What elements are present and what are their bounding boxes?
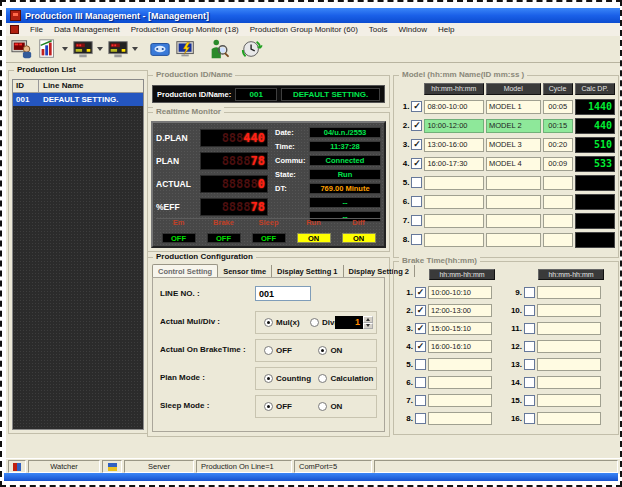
model-time-field[interactable]: 16:00-17:30 bbox=[424, 157, 484, 171]
brake-time-field[interactable] bbox=[537, 358, 601, 371]
model-cycle-field[interactable]: 00:20 bbox=[543, 138, 573, 152]
model-cycle-field[interactable] bbox=[543, 233, 573, 247]
brake-time-field[interactable]: 12:00-13:00 bbox=[428, 304, 492, 317]
led-monitor-18-icon[interactable] bbox=[70, 37, 95, 62]
tab-sensor-time[interactable]: Sensor time bbox=[218, 265, 272, 277]
watcher-search-icon[interactable] bbox=[206, 37, 231, 62]
radio-sleep-off-circle[interactable] bbox=[264, 402, 273, 411]
brake-time-field[interactable] bbox=[428, 358, 492, 371]
tab-display-setting-1[interactable]: Display Setting 1 bbox=[272, 265, 343, 277]
model-cycle-field[interactable]: 00:15 bbox=[543, 119, 573, 133]
brake-checkbox-3[interactable] bbox=[415, 323, 426, 334]
data-cassette-icon[interactable] bbox=[147, 37, 172, 62]
brake-time-field[interactable] bbox=[537, 304, 601, 317]
model-time-field[interactable] bbox=[424, 176, 484, 190]
brake-checkbox-9[interactable] bbox=[524, 287, 535, 298]
brake-time-field[interactable]: 16:00-16:10 bbox=[428, 340, 492, 353]
time-sync-icon[interactable] bbox=[239, 37, 264, 62]
model-name-field[interactable] bbox=[486, 233, 541, 247]
menu-item-tools[interactable]: Tools bbox=[369, 25, 388, 34]
chart-dropdown-arrow[interactable] bbox=[61, 37, 69, 61]
brake-checkbox-4[interactable] bbox=[415, 341, 426, 352]
model-cycle-field[interactable]: 00:05 bbox=[543, 100, 573, 114]
radio-div-circle[interactable] bbox=[310, 318, 319, 327]
radio-brake-on[interactable]: ON bbox=[318, 346, 342, 355]
spinner-down-button[interactable] bbox=[363, 323, 373, 330]
line-no-input[interactable]: 001 bbox=[255, 286, 311, 301]
model-checkbox-2[interactable] bbox=[411, 120, 422, 131]
model-name-field[interactable] bbox=[486, 176, 541, 190]
list-item[interactable]: 001 DEFAULT SETTING. bbox=[13, 93, 143, 106]
chart-report-icon[interactable] bbox=[35, 37, 60, 62]
brake-checkbox-6[interactable] bbox=[415, 377, 426, 388]
title-bar[interactable]: Production III Management - [Management] bbox=[6, 8, 620, 23]
led-monitor-18-dropdown-arrow[interactable] bbox=[96, 37, 104, 61]
brake-checkbox-13[interactable] bbox=[524, 359, 535, 370]
model-checkbox-4[interactable] bbox=[411, 158, 422, 169]
model-name-field[interactable]: MODEL 3 bbox=[486, 138, 541, 152]
model-time-field[interactable] bbox=[424, 233, 484, 247]
led-monitor-60-dropdown-arrow[interactable] bbox=[131, 37, 139, 61]
menu-item-help[interactable]: Help bbox=[438, 25, 454, 34]
model-name-field[interactable] bbox=[486, 214, 541, 228]
radio-calculation-circle[interactable] bbox=[318, 374, 327, 383]
model-cycle-field[interactable] bbox=[543, 214, 573, 228]
radio-brake-off-circle[interactable] bbox=[264, 346, 273, 355]
model-checkbox-3[interactable] bbox=[411, 139, 422, 150]
production-monitor-icon[interactable] bbox=[9, 37, 34, 62]
brake-time-field[interactable] bbox=[537, 412, 601, 425]
brake-checkbox-16[interactable] bbox=[524, 413, 535, 424]
model-name-field[interactable] bbox=[486, 195, 541, 209]
menu-item-file[interactable]: File bbox=[30, 25, 43, 34]
radio-mul[interactable]: Mul(x) bbox=[264, 318, 300, 327]
brake-time-field[interactable] bbox=[537, 394, 601, 407]
model-checkbox-5[interactable] bbox=[411, 177, 422, 188]
radio-sleep-on-circle[interactable] bbox=[318, 402, 327, 411]
model-time-field[interactable] bbox=[424, 214, 484, 228]
model-checkbox-1[interactable] bbox=[411, 101, 422, 112]
radio-calculation[interactable]: Calculation bbox=[318, 374, 373, 383]
brake-checkbox-12[interactable] bbox=[524, 341, 535, 352]
model-time-field[interactable] bbox=[424, 195, 484, 209]
brake-time-field[interactable]: 10:00-10:10 bbox=[428, 286, 492, 299]
model-checkbox-7[interactable] bbox=[411, 215, 422, 226]
model-time-field[interactable]: 13:00-16:00 bbox=[424, 138, 484, 152]
mdi-child-icon[interactable] bbox=[10, 25, 19, 34]
model-name-field[interactable]: MODEL 2 bbox=[486, 119, 541, 133]
menu-item-data-management[interactable]: Data Management bbox=[54, 25, 120, 34]
brake-checkbox-7[interactable] bbox=[415, 395, 426, 406]
brake-time-field[interactable] bbox=[428, 412, 492, 425]
model-cycle-field[interactable] bbox=[543, 195, 573, 209]
brake-checkbox-2[interactable] bbox=[415, 305, 426, 316]
model-checkbox-6[interactable] bbox=[411, 196, 422, 207]
radio-mul-circle[interactable] bbox=[264, 318, 273, 327]
brake-checkbox-10[interactable] bbox=[524, 305, 535, 316]
brake-checkbox-8[interactable] bbox=[415, 413, 426, 424]
brake-time-field[interactable]: 15:00-15:10 bbox=[428, 322, 492, 335]
brake-time-field[interactable] bbox=[537, 376, 601, 389]
brake-time-field[interactable] bbox=[537, 286, 601, 299]
brake-time-field[interactable] bbox=[537, 322, 601, 335]
model-checkbox-8[interactable] bbox=[411, 234, 422, 245]
led-monitor-60-icon[interactable] bbox=[105, 37, 130, 62]
model-cycle-field[interactable] bbox=[543, 176, 573, 190]
model-cycle-field[interactable]: 00:09 bbox=[543, 157, 573, 171]
radio-counting-circle[interactable] bbox=[264, 374, 273, 383]
model-name-field[interactable]: MODEL 4 bbox=[486, 157, 541, 171]
brake-time-field[interactable] bbox=[537, 340, 601, 353]
radio-sleep-on[interactable]: ON bbox=[318, 402, 342, 411]
brake-time-field[interactable] bbox=[428, 376, 492, 389]
brake-checkbox-5[interactable] bbox=[415, 359, 426, 370]
radio-brake-off[interactable]: OFF bbox=[264, 346, 292, 355]
model-time-field[interactable]: 10:00-12:00 bbox=[424, 119, 484, 133]
model-name-field[interactable]: MODEL 1 bbox=[486, 100, 541, 114]
tab-control-setting[interactable]: Control Setting bbox=[152, 264, 218, 277]
radio-brake-on-circle[interactable] bbox=[318, 346, 327, 355]
model-time-field[interactable]: 08:00-10:00 bbox=[424, 100, 484, 114]
radio-sleep-off[interactable]: OFF bbox=[264, 402, 292, 411]
menu-item-group-monitor-18[interactable]: Production Group Monitor (18) bbox=[131, 25, 239, 34]
spinner-value[interactable]: 1 bbox=[335, 316, 363, 329]
radio-counting[interactable]: Counting bbox=[264, 374, 311, 383]
brake-time-field[interactable] bbox=[428, 394, 492, 407]
comm-flash-icon[interactable] bbox=[173, 37, 198, 62]
